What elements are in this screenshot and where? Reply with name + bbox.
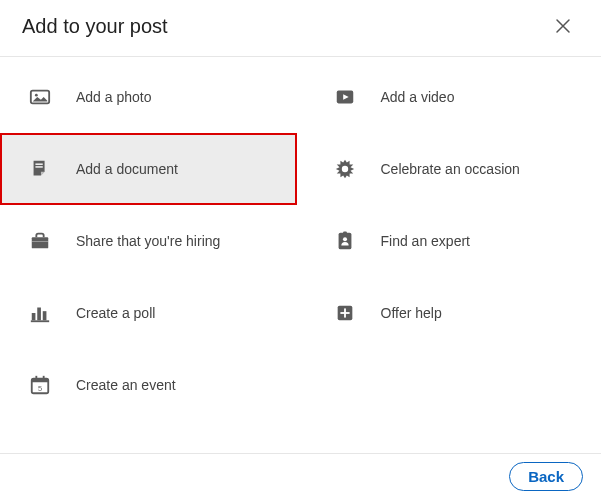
briefcase-icon: [28, 230, 52, 252]
svg-rect-10: [32, 313, 36, 320]
svg-rect-7: [32, 241, 49, 242]
photo-icon: [28, 86, 52, 108]
option-document[interactable]: Add a document: [0, 133, 297, 205]
close-icon: [553, 16, 573, 36]
expert-icon: [333, 230, 357, 252]
option-label: Create an event: [76, 377, 176, 393]
option-label: Share that you're hiring: [76, 233, 220, 249]
dialog-footer: Back: [0, 453, 601, 501]
video-icon: [333, 86, 357, 108]
calendar-icon: 5: [28, 374, 52, 396]
svg-rect-13: [31, 320, 49, 322]
dialog-title: Add to your post: [22, 15, 168, 38]
option-label: Add a video: [381, 89, 455, 105]
option-label: Celebrate an occasion: [381, 161, 520, 177]
svg-rect-3: [35, 164, 42, 165]
option-photo[interactable]: Add a photo: [0, 61, 297, 133]
option-label: Add a document: [76, 161, 178, 177]
svg-rect-6: [32, 237, 49, 248]
svg-rect-18: [32, 379, 49, 383]
svg-point-5: [341, 166, 347, 172]
option-label: Find an expert: [381, 233, 471, 249]
help-icon: [333, 302, 357, 324]
option-video[interactable]: Add a video: [305, 61, 602, 133]
svg-point-1: [35, 94, 38, 97]
option-poll[interactable]: Create a poll: [0, 277, 297, 349]
svg-rect-11: [37, 308, 41, 321]
dialog-header: Add to your post: [0, 0, 601, 56]
poll-icon: [28, 302, 52, 324]
svg-rect-19: [35, 376, 37, 381]
option-celebrate[interactable]: Celebrate an occasion: [305, 133, 602, 205]
celebrate-icon: [333, 158, 357, 180]
option-event[interactable]: 5 Create an event: [0, 349, 297, 421]
svg-text:5: 5: [38, 384, 42, 393]
close-button[interactable]: [547, 10, 579, 42]
option-label: Create a poll: [76, 305, 155, 321]
back-button[interactable]: Back: [509, 462, 583, 491]
svg-rect-20: [43, 376, 45, 381]
option-hiring[interactable]: Share that you're hiring: [0, 205, 297, 277]
option-expert[interactable]: Find an expert: [305, 205, 602, 277]
svg-rect-4: [35, 166, 42, 167]
option-label: Offer help: [381, 305, 442, 321]
document-icon: [28, 158, 52, 180]
option-help[interactable]: Offer help: [305, 277, 602, 349]
svg-rect-12: [43, 311, 47, 320]
svg-point-9: [342, 237, 346, 241]
svg-rect-8: [343, 231, 347, 234]
svg-rect-16: [340, 312, 349, 314]
options-grid: Add a photo Add a video Add a document C…: [0, 57, 601, 433]
option-label: Add a photo: [76, 89, 152, 105]
